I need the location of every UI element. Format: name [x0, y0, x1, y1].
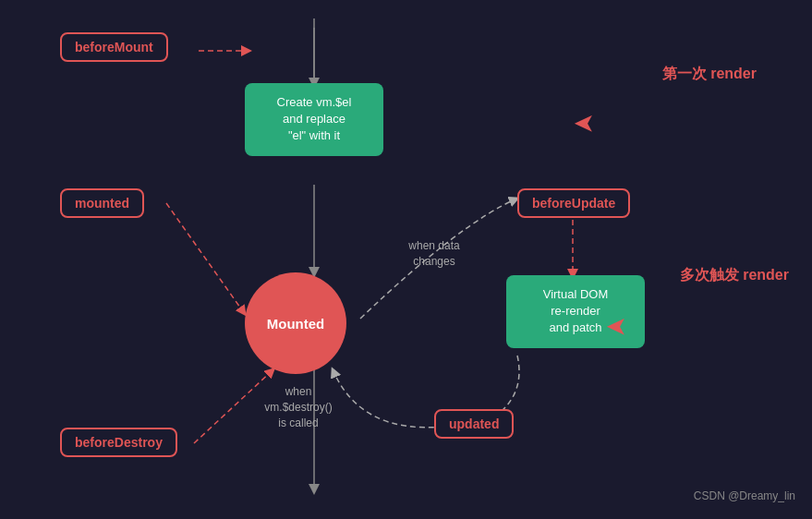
create-vm-box: Create vm.$el and replace "el" with it [245, 83, 383, 156]
mounted-box: mounted [60, 188, 144, 218]
before-destroy-box: beforeDestroy [60, 428, 177, 457]
first-render-arrow: ➤ [574, 109, 595, 139]
diagram-container: beforeMount Create vm.$el and replace "e… [0, 0, 812, 519]
when-destroy-label: when vm.$destroy() is called [248, 384, 349, 430]
watermark: CSDN @Dreamy_lin [694, 489, 795, 502]
multi-render-label: 多次触发 render [680, 266, 789, 285]
when-data-changes-label: when data changes [388, 238, 480, 270]
before-mount-box: beforeMount [60, 32, 168, 62]
svg-line-6 [166, 203, 245, 314]
updated-box: updated [434, 409, 514, 439]
multi-render-arrow: ➤ [606, 312, 627, 343]
before-update-box: beforeUpdate [517, 188, 630, 218]
first-render-label: 第一次 render [662, 65, 757, 84]
mounted-circle: Mounted [245, 272, 346, 374]
